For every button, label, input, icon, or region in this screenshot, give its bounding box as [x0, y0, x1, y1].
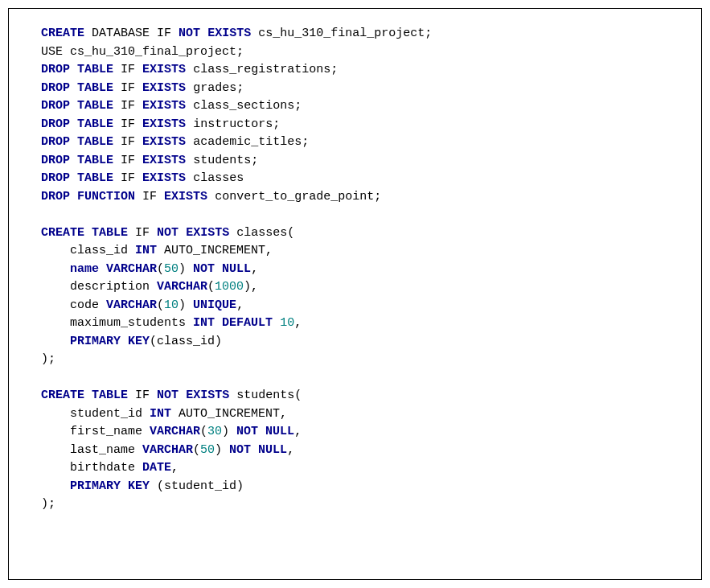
kw-not: NOT [157, 226, 179, 240]
sql-code-block: CREATE DATABASE IF NOT EXISTS cs_hu_310_… [8, 8, 702, 580]
ty-varchar: VARCHAR [142, 443, 193, 457]
kw-table: TABLE [77, 81, 113, 95]
ty-varchar: VARCHAR [157, 280, 207, 294]
kw-table: TABLE [77, 117, 113, 131]
auto-increment: AUTO_INCREMENT [179, 407, 280, 421]
not-null: NOT NULL [236, 425, 294, 438]
drop-function: convert_to_grade_point [215, 190, 374, 204]
num-1000: 1000 [215, 280, 244, 294]
kw-if: IF [135, 389, 150, 402]
primary-key: PRIMARY KEY [70, 335, 150, 348]
kw-exists: EXISTS [142, 81, 186, 95]
primary-key: PRIMARY KEY [70, 479, 150, 493]
kw-exists: EXISTS [164, 190, 207, 204]
ty-date: DATE [142, 461, 171, 475]
kw-table: TABLE [77, 154, 113, 167]
ty-int: INT [150, 407, 171, 421]
ty-varchar: VARCHAR [150, 425, 200, 438]
ty-int: INT [135, 244, 157, 257]
kw-if: IF [121, 63, 135, 76]
kw-exists: EXISTS [142, 117, 186, 131]
kw-database: DATABASE [92, 27, 150, 40]
kw-exists: EXISTS [142, 99, 186, 113]
col-first-name: first_name [70, 425, 142, 438]
drop-table-2: class_sections [193, 99, 294, 113]
drop-table-6: classes [193, 171, 244, 185]
kw-drop: DROP [41, 171, 70, 185]
kw-if: IF [121, 99, 135, 113]
col-name: name [70, 262, 99, 276]
kw-function: FUNCTION [77, 190, 135, 204]
kw-if: IF [121, 154, 135, 167]
col-code: code [70, 298, 99, 312]
db-name: cs_hu_310_final_project [258, 27, 425, 40]
use-db: cs_hu_310_final_project [70, 45, 236, 59]
kw-if: IF [121, 117, 135, 131]
kw-table: TABLE [92, 389, 128, 402]
kw-table: TABLE [92, 226, 128, 240]
kw-not: NOT [179, 27, 200, 40]
kw-create: CREATE [41, 226, 84, 240]
kw-drop: DROP [41, 99, 70, 113]
num-10b: 10 [280, 316, 294, 330]
kw-exists: EXISTS [186, 389, 229, 402]
default: DEFAULT [222, 316, 273, 330]
kw-use: USE [41, 45, 63, 59]
ty-varchar: VARCHAR [106, 262, 157, 276]
kw-table: TABLE [77, 99, 113, 113]
classes-table: classes [236, 226, 287, 240]
kw-table: TABLE [77, 135, 113, 149]
col-class-id: class_id [70, 244, 128, 257]
drop-table-3: instructors [193, 117, 273, 131]
kw-if: IF [135, 226, 150, 240]
kw-if: IF [121, 171, 135, 185]
students-table: students [236, 389, 294, 402]
ty-varchar: VARCHAR [106, 298, 157, 312]
not-null: NOT NULL [229, 443, 287, 457]
kw-create: CREATE [41, 389, 84, 402]
kw-drop: DROP [41, 63, 70, 76]
col-max-students: maximum_students [70, 316, 186, 330]
auto-increment: AUTO_INCREMENT [164, 244, 265, 257]
kw-exists: EXISTS [142, 154, 186, 167]
kw-create: CREATE [41, 27, 84, 40]
num-50b: 50 [200, 443, 215, 457]
kw-drop: DROP [41, 117, 70, 131]
kw-if: IF [121, 81, 135, 95]
kw-if: IF [142, 190, 157, 204]
kw-drop: DROP [41, 135, 70, 149]
num-30: 30 [207, 425, 222, 438]
kw-exists: EXISTS [142, 171, 186, 185]
col-description: description [70, 280, 150, 294]
pk-classes: class_id [157, 335, 215, 348]
kw-exists: EXISTS [142, 63, 186, 76]
kw-drop: DROP [41, 81, 70, 95]
drop-table-1: grades [193, 81, 236, 95]
col-last-name: last_name [70, 443, 135, 457]
unique: UNIQUE [193, 298, 236, 312]
col-birthdate: birthdate [70, 461, 135, 475]
kw-exists: EXISTS [142, 135, 186, 149]
kw-exists: EXISTS [207, 27, 251, 40]
drop-table-5: students [193, 154, 251, 167]
kw-not: NOT [157, 389, 179, 402]
kw-drop: DROP [41, 154, 70, 167]
drop-table-0: class_registrations [193, 63, 330, 76]
kw-drop: DROP [41, 190, 70, 204]
num-50: 50 [164, 262, 179, 276]
col-student-id: student_id [70, 407, 142, 421]
kw-table: TABLE [77, 171, 113, 185]
not-null: NOT NULL [193, 262, 251, 276]
ty-int: INT [193, 316, 215, 330]
pk-students: student_id [164, 479, 236, 493]
num-10: 10 [164, 298, 179, 312]
kw-table: TABLE [77, 63, 113, 76]
kw-if: IF [121, 135, 135, 149]
kw-if: IF [157, 27, 171, 40]
drop-table-4: academic_titles [193, 135, 302, 149]
kw-exists: EXISTS [186, 226, 229, 240]
